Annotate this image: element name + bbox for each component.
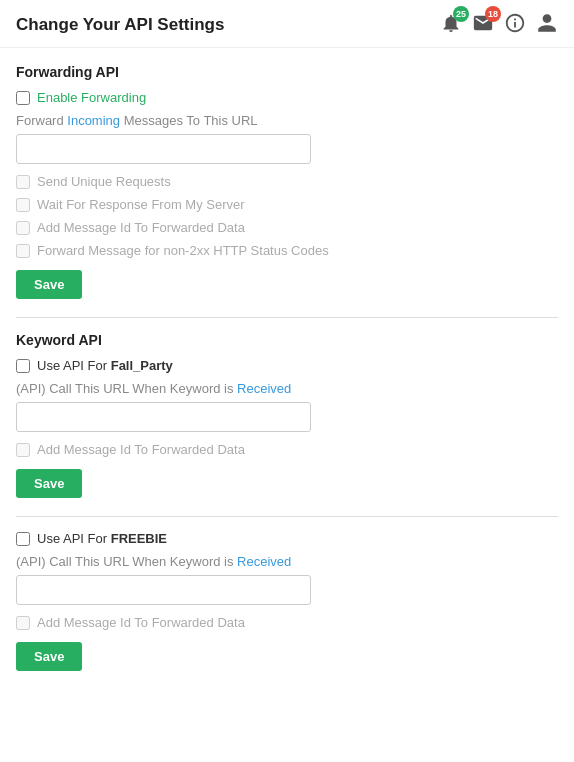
fall-party-addmsg-row: Add Message Id To Forwarded Data: [16, 442, 558, 457]
fall-party-addmsg-label: Add Message Id To Forwarded Data: [37, 442, 245, 457]
forwarding-api-section: Forwarding API Enable Forwarding Forward…: [16, 64, 558, 303]
use-api-freebie-row: Use API For FREEBIE: [16, 531, 558, 546]
wait-response-checkbox[interactable]: [16, 198, 30, 212]
enable-forwarding-row: Enable Forwarding: [16, 90, 558, 105]
freebie-url-input[interactable]: [16, 575, 311, 605]
mail-icon-wrap[interactable]: 18: [472, 12, 494, 37]
user-icon: [536, 12, 558, 34]
freebie-addmsg-checkbox[interactable]: [16, 616, 30, 630]
user-icon-wrap[interactable]: [536, 12, 558, 37]
use-api-fall-party-row: Use API For Fall_Party: [16, 358, 558, 373]
keyword-item-freebie: Use API For FREEBIE (API) Call This URL …: [16, 531, 558, 675]
freebie-url-label: (API) Call This URL When Keyword is Rece…: [16, 554, 558, 569]
help-icon-wrap[interactable]: [504, 12, 526, 37]
freebie-url-link: Received: [237, 554, 291, 569]
forward-url-link: Incoming: [67, 113, 120, 128]
fall-party-save-button[interactable]: Save: [16, 469, 82, 498]
divider-2: [16, 516, 558, 517]
fall-party-addmsg-checkbox[interactable]: [16, 443, 30, 457]
use-api-fall-party-label: Use API For Fall_Party: [37, 358, 173, 373]
keyword-api-title: Keyword API: [16, 332, 558, 348]
bell-icon-wrap[interactable]: 25: [440, 12, 462, 37]
enable-forwarding-checkbox[interactable]: [16, 91, 30, 105]
wait-response-label: Wait For Response From My Server: [37, 197, 245, 212]
fall-party-url-input[interactable]: [16, 402, 311, 432]
use-api-freebie-checkbox[interactable]: [16, 532, 30, 546]
mail-badge: 18: [485, 6, 501, 22]
forward-non2xx-checkbox[interactable]: [16, 244, 30, 258]
header-icons: 25 18: [440, 12, 558, 37]
enable-forwarding-label: Enable Forwarding: [37, 90, 146, 105]
page-title: Change Your API Settings: [16, 15, 224, 35]
forward-url-input[interactable]: [16, 134, 311, 164]
keyword-api-section: Keyword API Use API For Fall_Party (API)…: [16, 332, 558, 675]
send-unique-row: Send Unique Requests: [16, 174, 558, 189]
freebie-addmsg-label: Add Message Id To Forwarded Data: [37, 615, 245, 630]
keyword-item-fall-party: Use API For Fall_Party (API) Call This U…: [16, 358, 558, 502]
bell-badge: 25: [453, 6, 469, 22]
fall-party-keyword: Fall_Party: [111, 358, 173, 373]
main-content: Forwarding API Enable Forwarding Forward…: [0, 48, 574, 675]
help-icon: [504, 12, 526, 34]
header: Change Your API Settings 25 18: [0, 0, 574, 48]
fall-party-url-link: Received: [237, 381, 291, 396]
fall-party-url-label: (API) Call This URL When Keyword is Rece…: [16, 381, 558, 396]
use-api-fall-party-checkbox[interactable]: [16, 359, 30, 373]
forward-url-label: Forward Incoming Messages To This URL: [16, 113, 558, 128]
forwarding-save-button[interactable]: Save: [16, 270, 82, 299]
forward-non2xx-row: Forward Message for non-2xx HTTP Status …: [16, 243, 558, 258]
send-unique-checkbox[interactable]: [16, 175, 30, 189]
divider-1: [16, 317, 558, 318]
freebie-addmsg-row: Add Message Id To Forwarded Data: [16, 615, 558, 630]
add-msgid-forwarded-checkbox[interactable]: [16, 221, 30, 235]
use-api-freebie-label: Use API For FREEBIE: [37, 531, 167, 546]
forward-non2xx-label: Forward Message for non-2xx HTTP Status …: [37, 243, 329, 258]
freebie-save-button[interactable]: Save: [16, 642, 82, 671]
forwarding-api-title: Forwarding API: [16, 64, 558, 80]
freebie-keyword: FREEBIE: [111, 531, 167, 546]
send-unique-label: Send Unique Requests: [37, 174, 171, 189]
add-msgid-forwarded-row: Add Message Id To Forwarded Data: [16, 220, 558, 235]
wait-response-row: Wait For Response From My Server: [16, 197, 558, 212]
add-msgid-forwarded-label: Add Message Id To Forwarded Data: [37, 220, 245, 235]
